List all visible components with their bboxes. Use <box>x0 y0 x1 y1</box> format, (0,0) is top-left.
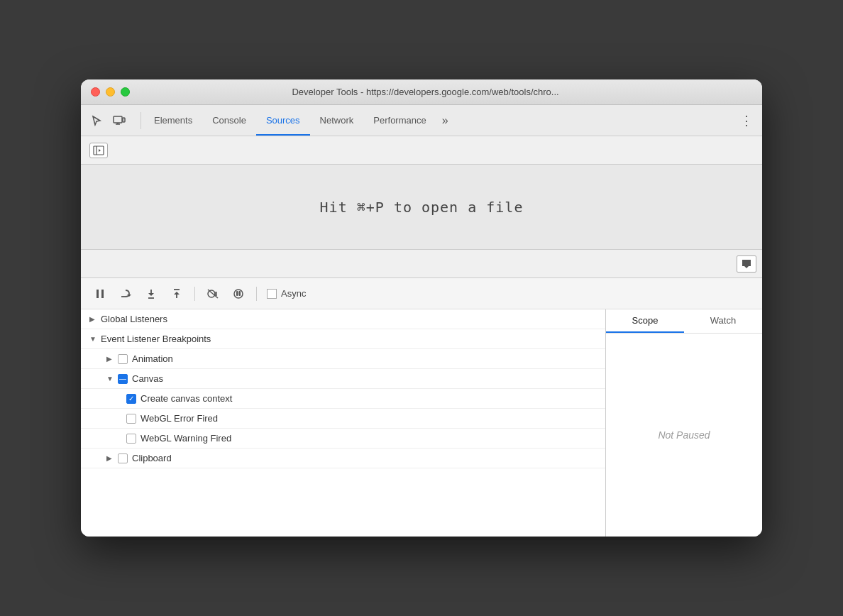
step-over-button[interactable] <box>115 285 136 303</box>
check-mark: ✓ <box>128 395 134 402</box>
tab-bar: Elements Console Sources Network Perform… <box>81 105 762 136</box>
sidebar-toolbar <box>81 136 762 165</box>
create-canvas-context-label: Create canvas context <box>140 393 232 404</box>
scope-tab[interactable]: Scope <box>606 309 684 333</box>
webgl-error-checkbox[interactable] <box>126 414 136 424</box>
event-listener-breakpoints-section[interactable]: ▼ Event Listener Breakpoints <box>81 329 605 349</box>
clipboard-checkbox[interactable] <box>118 453 128 463</box>
step-over-icon <box>120 289 131 299</box>
global-listeners-triangle: ▶ <box>89 315 97 323</box>
tab-network[interactable]: Network <box>310 105 364 136</box>
pause-resume-button[interactable] <box>89 285 111 303</box>
svg-rect-7 <box>742 260 751 266</box>
async-label: Async <box>281 288 306 299</box>
canvas-checkbox[interactable]: — <box>118 374 128 384</box>
svg-marker-6 <box>99 149 101 152</box>
webgl-error-row[interactable]: WebGL Error Fired <box>81 409 605 429</box>
secondary-toolbar <box>81 250 762 278</box>
debug-divider <box>194 287 195 301</box>
right-tabs: Scope Watch <box>606 309 762 334</box>
svg-rect-25 <box>236 291 238 296</box>
tab-menu-button[interactable]: ⋮ <box>737 111 756 131</box>
svg-rect-0 <box>114 116 122 123</box>
async-checkbox[interactable] <box>267 289 277 299</box>
svg-marker-8 <box>744 266 749 268</box>
left-panel: ▶ Global Listeners ▼ Event Listener Brea… <box>81 309 606 537</box>
svg-point-24 <box>234 290 243 298</box>
right-panel: Scope Watch Not Paused <box>606 309 762 537</box>
canvas-row[interactable]: ▼ — Canvas <box>81 369 605 389</box>
create-canvas-context-checkbox[interactable]: ✓ <box>126 394 136 404</box>
dropdown-icon <box>742 260 751 268</box>
webgl-error-label: WebGL Error Fired <box>140 413 218 424</box>
pause-on-exception-button[interactable] <box>228 285 249 303</box>
canvas-label: Canvas <box>132 373 163 384</box>
clipboard-label: Clipboard <box>132 453 172 463</box>
toggle-sidebar-button[interactable] <box>89 143 108 158</box>
tab-sources[interactable]: Sources <box>256 105 310 136</box>
watch-tab[interactable]: Watch <box>684 309 762 333</box>
tabs-container: Elements Console Sources Network Perform… <box>144 105 737 136</box>
debug-bar: Async <box>81 278 762 309</box>
webgl-warning-checkbox[interactable] <box>126 434 136 444</box>
step-out-button[interactable] <box>166 285 187 303</box>
svg-marker-14 <box>148 293 154 296</box>
animation-triangle: ▶ <box>106 355 114 363</box>
event-listener-triangle: ▼ <box>89 335 97 343</box>
deactivate-breakpoints-button[interactable] <box>202 285 224 303</box>
tab-divider <box>140 112 141 129</box>
animation-row[interactable]: ▶ Animation <box>81 349 605 369</box>
not-paused-text: Not Paused <box>606 334 762 537</box>
svg-rect-26 <box>239 291 241 296</box>
global-listeners-label: Global Listeners <box>101 314 167 324</box>
async-container: Async <box>267 288 306 299</box>
title-bar: Developer Tools - https://developers.goo… <box>81 79 762 105</box>
step-out-icon <box>172 289 182 299</box>
animation-label: Animation <box>132 353 173 364</box>
svg-rect-1 <box>123 118 125 122</box>
pause-icon <box>95 289 105 299</box>
svg-rect-10 <box>101 290 104 298</box>
tab-console[interactable]: Console <box>202 105 256 136</box>
animation-checkbox[interactable] <box>118 354 128 364</box>
clipboard-triangle: ▶ <box>106 454 114 462</box>
window-title: Developer Tools - https://developers.goo… <box>99 87 752 97</box>
deactivate-icon <box>207 289 219 299</box>
pause-on-exception-icon <box>233 289 244 299</box>
toolbar-icons <box>87 111 129 131</box>
global-listeners-section[interactable]: ▶ Global Listeners <box>81 309 605 329</box>
step-into-button[interactable] <box>140 285 162 303</box>
open-file-hint: Hit ⌘+P to open a file <box>320 199 524 216</box>
canvas-triangle: ▼ <box>106 375 114 383</box>
step-into-icon <box>146 289 156 299</box>
devtools-window: Developer Tools - https://developers.goo… <box>81 79 762 537</box>
create-canvas-context-row[interactable]: ✓ Create canvas context <box>81 389 605 409</box>
tab-performance[interactable]: Performance <box>363 105 436 136</box>
main-editor-area: Hit ⌘+P to open a file <box>81 165 762 250</box>
webgl-warning-label: WebGL Warning Fired <box>140 433 231 444</box>
tab-more-button[interactable]: » <box>436 114 454 127</box>
device-icon-btn[interactable] <box>109 111 129 131</box>
debug-divider-2 <box>256 287 257 301</box>
svg-rect-9 <box>97 290 99 298</box>
cursor-icon <box>91 115 102 126</box>
indeterminate-mark: — <box>119 375 126 383</box>
tab-elements[interactable]: Elements <box>144 105 202 136</box>
webgl-warning-row[interactable]: WebGL Warning Fired <box>81 429 605 449</box>
svg-marker-17 <box>174 292 180 295</box>
clipboard-row[interactable]: ▶ Clipboard <box>81 449 605 468</box>
dropdown-button[interactable] <box>737 255 756 273</box>
split-panel: ▶ Global Listeners ▼ Event Listener Brea… <box>81 309 762 537</box>
sidebar-toggle-icon <box>93 145 104 155</box>
device-icon <box>113 115 126 126</box>
svg-point-19 <box>208 290 215 297</box>
event-listener-label: Event Listener Breakpoints <box>101 334 211 344</box>
cursor-icon-btn[interactable] <box>87 111 106 131</box>
